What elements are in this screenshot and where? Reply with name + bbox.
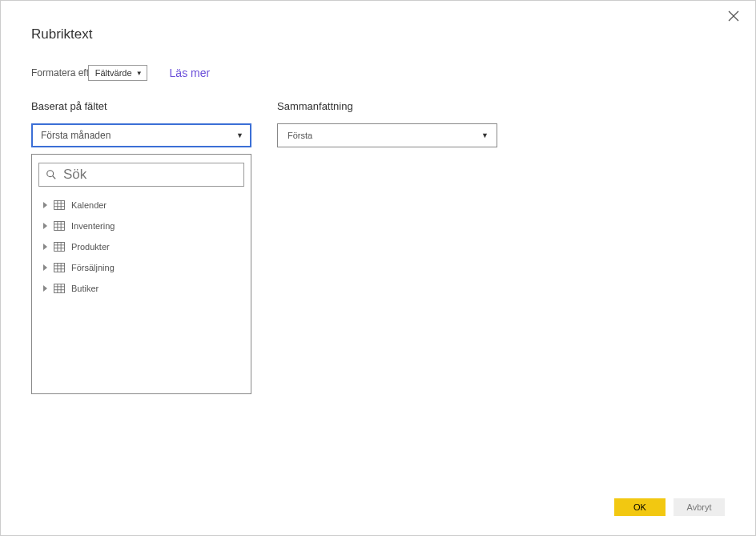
search-icon: [46, 169, 57, 180]
svg-point-2: [47, 171, 54, 177]
table-list: Kalender Inventering Pro: [38, 195, 244, 299]
table-item[interactable]: Produkter: [43, 236, 244, 257]
dialog-body: Rubriktext Formatera efter Fältvärde Läs…: [2, 2, 754, 534]
table-icon: [54, 263, 65, 272]
table-item[interactable]: Försäljning: [43, 257, 244, 278]
table-item[interactable]: Inventering: [43, 216, 244, 236]
svg-rect-4: [54, 200, 65, 209]
table-item-label: Kalender: [71, 200, 107, 210]
search-input[interactable]: Sök: [38, 163, 244, 187]
svg-rect-9: [54, 221, 65, 230]
dialog-footer: OK Avbryt: [614, 498, 725, 516]
chevron-right-icon: [43, 244, 47, 250]
table-item-label: Inventering: [71, 221, 115, 231]
svg-line-3: [53, 176, 56, 179]
format-row: Formatera efter Fältvärde Läs mer: [31, 65, 725, 81]
table-item-label: Försäljning: [71, 263, 115, 272]
table-icon: [54, 242, 65, 252]
chevron-right-icon: [43, 202, 47, 208]
search-placeholder: Sök: [63, 167, 86, 183]
summarization-value: Första: [288, 131, 312, 140]
table-icon: [54, 284, 65, 293]
based-on-field-value: Första månaden: [41, 130, 111, 141]
close-icon: [728, 10, 739, 22]
based-on-field-label: Baserat på fältet: [31, 100, 251, 112]
ok-button[interactable]: OK: [614, 498, 666, 516]
table-item-label: Butiker: [71, 284, 99, 293]
field-dropdown-panel: Sök Kalender Inve: [31, 154, 251, 394]
table-icon: [54, 200, 65, 210]
chevron-right-icon: [43, 223, 47, 229]
svg-rect-14: [54, 242, 65, 251]
dialog-title: Rubriktext: [31, 26, 725, 42]
close-button[interactable]: [728, 10, 742, 25]
table-item[interactable]: Butiker: [43, 278, 244, 299]
svg-rect-19: [54, 263, 65, 272]
summarization-select[interactable]: Första: [277, 123, 497, 147]
format-by-select[interactable]: Fältvärde: [88, 65, 147, 81]
cancel-button[interactable]: Avbryt: [674, 498, 725, 516]
chevron-right-icon: [43, 285, 47, 292]
svg-rect-24: [54, 284, 65, 292]
learn-more-link[interactable]: Läs mer: [170, 66, 211, 79]
based-on-field-select[interactable]: Första månaden: [31, 123, 251, 147]
format-by-value: Fältvärde: [95, 68, 132, 78]
table-icon: [54, 221, 65, 231]
table-item[interactable]: Kalender: [43, 195, 244, 216]
summarization-label: Sammanfattning: [277, 100, 497, 112]
chevron-right-icon: [43, 264, 47, 271]
table-item-label: Produkter: [71, 242, 110, 252]
